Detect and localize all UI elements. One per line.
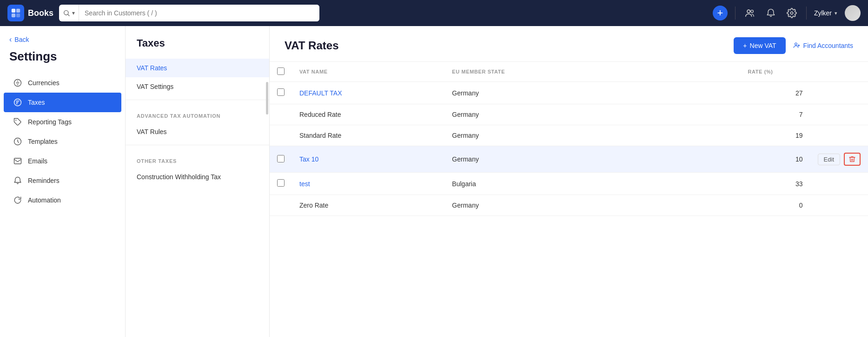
sidebar-item-templates[interactable]: Templates (4, 132, 121, 151)
sidebar-item-taxes[interactable]: Taxes (4, 93, 121, 112)
actions-cell (810, 104, 868, 125)
vat-rates-table: VAT NAME EU MEMBER STATE RATE (%) DEFAUL… (270, 62, 868, 216)
row-checkbox[interactable] (277, 155, 285, 162)
eu-member-cell: Germany (444, 146, 624, 173)
advanced-tax-section-label: ADVANCED TAX AUTOMATION (126, 104, 269, 122)
row-checkbox[interactable] (277, 88, 285, 96)
topnav: Books ▾ + (0, 0, 868, 26)
vat-name-cell: Standard Rate (292, 125, 444, 146)
row-checkbox-cell (270, 125, 292, 146)
panel-nav-construction-withholding[interactable]: Construction Withholding Tax (126, 168, 269, 186)
panel-nav-vat-rates[interactable]: VAT Rates (126, 59, 269, 77)
reporting-tags-icon (13, 117, 22, 127)
actions-cell: Edit (810, 146, 868, 173)
main-title: VAT Rates (285, 39, 338, 52)
delete-button[interactable] (844, 153, 861, 166)
avatar[interactable] (845, 5, 861, 21)
sidebar-item-automation[interactable]: Automation (4, 190, 121, 210)
sidebar-item-label: Templates (28, 138, 58, 145)
find-accountants-button[interactable]: Find Accountants (793, 41, 853, 50)
user-name: Zylker (814, 9, 832, 17)
other-taxes-section-label: OTHER TAXES (126, 149, 269, 168)
eu-member-cell: Germany (444, 82, 624, 104)
nav-divider-2 (806, 7, 807, 20)
back-link[interactable]: ‹ Back (0, 35, 125, 49)
rate-cell: 7 (625, 104, 810, 125)
th-vat-name: VAT NAME (292, 62, 444, 82)
taxes-icon (13, 98, 22, 107)
svg-point-8 (790, 12, 793, 14)
templates-icon (13, 137, 22, 146)
sidebar-item-reminders[interactable]: Reminders (4, 171, 121, 190)
search-dropdown-arrow: ▾ (72, 10, 75, 16)
app-logo[interactable]: Books (7, 5, 53, 21)
sidebar-item-label: Currencies (28, 79, 60, 87)
main-header-actions: + New VAT Find Accountants (734, 37, 853, 54)
table-row: Tax 10 Germany 10 Edit (270, 146, 868, 173)
table-body: DEFAULT TAX Germany 27 Reduced Rate Germ… (270, 82, 868, 216)
back-arrow-icon: ‹ (9, 35, 12, 44)
th-actions (810, 62, 868, 82)
main-header: VAT Rates + New VAT Find Accountants (270, 26, 868, 62)
row-checkbox-cell (270, 146, 292, 173)
actions-cell (810, 125, 868, 146)
panel-nav-vat-rules[interactable]: VAT Rules (126, 122, 269, 141)
search-prefix[interactable]: ▾ (59, 5, 79, 21)
sidebar-item-label: Taxes (28, 99, 45, 106)
svg-rect-13 (14, 158, 21, 164)
vat-name-cell: Reduced Rate (292, 104, 444, 125)
rate-cell: 0 (625, 195, 810, 216)
main-content: VAT Rates + New VAT Find Accountants (270, 26, 868, 337)
eu-member-cell: Germany (444, 195, 624, 216)
sidebar-item-label: Automation (28, 196, 61, 204)
sidebar-item-label: Reporting Tags (28, 118, 72, 126)
vat-name-cell: Zero Rate (292, 195, 444, 216)
scrollbar-thumb[interactable] (266, 82, 268, 115)
row-checkbox-cell (270, 195, 292, 216)
panel-divider-2 (126, 145, 269, 145)
eu-member-cell: Germany (444, 125, 624, 146)
add-new-button[interactable]: + (713, 6, 728, 20)
app-name: Books (28, 8, 53, 18)
notifications-icon-button[interactable] (764, 6, 777, 20)
vat-name-cell: test (292, 173, 444, 195)
new-vat-label: New VAT (750, 42, 776, 49)
svg-point-7 (751, 10, 754, 13)
nav-divider (735, 7, 735, 20)
vat-name-cell: DEFAULT TAX (292, 82, 444, 104)
panel-nav-vat-settings[interactable]: VAT Settings (126, 77, 269, 96)
middle-panel: Taxes VAT Rates VAT Settings ADVANCED TA… (126, 26, 270, 337)
sidebar-item-currencies[interactable]: Currencies (4, 73, 121, 93)
logo-icon (7, 5, 24, 21)
rate-cell: 27 (625, 82, 810, 104)
actions-cell (810, 173, 868, 195)
accountant-icon (793, 41, 801, 50)
vat-name-link[interactable]: DEFAULT TAX (299, 89, 342, 97)
table-row: Standard Rate Germany 19 (270, 125, 868, 146)
th-checkbox (270, 62, 292, 82)
th-eu-member: EU MEMBER STATE (444, 62, 624, 82)
select-all-checkbox[interactable] (277, 67, 285, 75)
rate-cell: 19 (625, 125, 810, 146)
user-dropdown-icon: ▾ (835, 10, 837, 16)
new-vat-button[interactable]: + New VAT (734, 37, 785, 54)
eu-member-cell: Bulgaria (444, 173, 624, 195)
eu-member-cell: Germany (444, 104, 624, 125)
search-input[interactable] (79, 5, 319, 21)
vat-name-link[interactable]: test (299, 180, 310, 188)
svg-point-6 (747, 10, 750, 13)
user-menu[interactable]: Zylker ▾ (814, 9, 837, 17)
search-bar: ▾ (59, 5, 319, 21)
row-checkbox-cell (270, 104, 292, 125)
edit-button[interactable]: Edit (818, 154, 840, 165)
settings-icon-button[interactable] (785, 6, 799, 20)
plus-icon: + (743, 42, 747, 49)
sidebar-item-emails[interactable]: Emails (4, 151, 121, 171)
emails-icon (13, 156, 22, 166)
sidebar-item-reporting-tags[interactable]: Reporting Tags (4, 112, 121, 132)
vat-name-link[interactable]: Tax 10 (299, 155, 318, 163)
currencies-icon (13, 78, 22, 88)
row-checkbox[interactable] (277, 179, 285, 187)
contacts-icon-button[interactable] (743, 6, 757, 20)
vat-name-cell: Tax 10 (292, 146, 444, 173)
